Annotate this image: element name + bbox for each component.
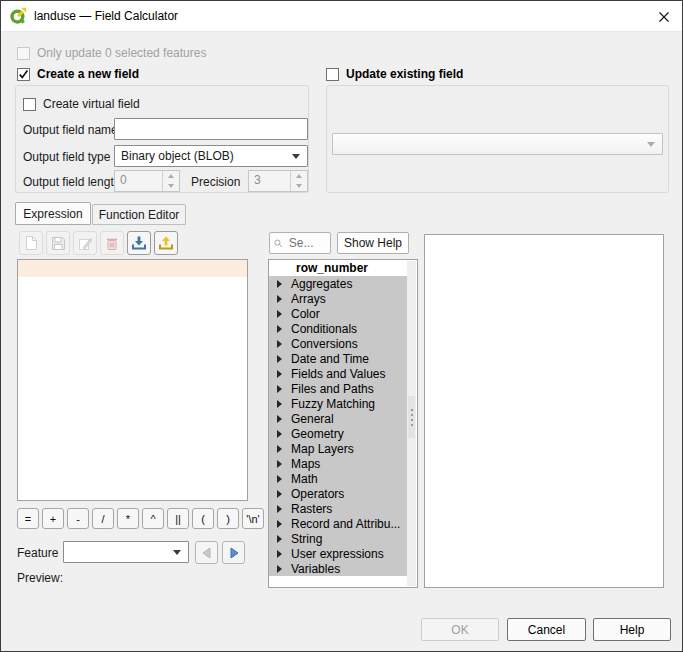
expander-collapsed-icon[interactable] [277,490,282,498]
scrollbar-thumb[interactable] [408,396,415,438]
expander-collapsed-icon[interactable] [277,445,282,453]
operator-button-[interactable]: + [42,508,64,529]
function-group-variables[interactable]: Variables [269,561,408,576]
next-feature-button[interactable] [222,541,245,564]
function-group-record-and-attribu-[interactable]: Record and Attribu... [269,516,408,531]
function-group-rasters[interactable]: Rasters [269,501,408,516]
create-new-field-checkbox[interactable]: Create a new field [17,67,139,81]
previous-feature-button[interactable] [195,541,218,564]
expander-collapsed-icon[interactable] [277,280,282,288]
expander-collapsed-icon[interactable] [277,550,282,558]
existing-field-combobox[interactable] [332,133,663,155]
function-group-color[interactable]: Color [269,306,408,321]
expander-collapsed-icon[interactable] [277,355,282,363]
function-group-maps[interactable]: Maps [269,456,408,471]
update-existing-checkbox[interactable]: Update existing field [326,67,463,81]
expander-collapsed-icon[interactable] [277,340,282,348]
operator-button-[interactable]: ) [217,508,239,529]
output-field-type-combobox[interactable]: Binary object (BLOB) [114,145,308,167]
function-group-label: User expressions [291,547,384,561]
function-tree-scrollbar[interactable] [407,261,416,586]
expander-collapsed-icon[interactable] [277,505,282,513]
function-group-user-expressions[interactable]: User expressions [269,546,408,561]
help-button[interactable]: Help [593,618,671,641]
precision-spinner[interactable]: 3 [248,170,308,192]
expander-collapsed-icon[interactable] [277,475,282,483]
function-search-box[interactable] [269,232,331,254]
expander-collapsed-icon[interactable] [277,415,282,423]
update-existing-label: Update existing field [346,67,463,81]
operator-button-[interactable]: - [67,508,89,529]
expander-collapsed-icon[interactable] [277,460,282,468]
expander-collapsed-icon[interactable] [277,310,282,318]
operator-button-n[interactable]: '\n' [242,508,264,529]
spinner-arrows[interactable] [162,171,179,191]
function-tree-groups: AggregatesArraysColorConditionalsConvers… [269,276,408,576]
operator-button-[interactable]: ^ [142,508,164,529]
expression-editor[interactable] [17,259,248,501]
output-field-name-input[interactable] [114,118,308,140]
new-expression-button[interactable] [19,231,43,255]
save-expression-button[interactable] [46,231,70,255]
edit-expression-button[interactable] [73,231,97,255]
function-group-conditionals[interactable]: Conditionals [269,321,408,336]
expander-collapsed-icon[interactable] [277,565,282,573]
function-group-label: Aggregates [291,277,352,291]
expander-collapsed-icon[interactable] [277,535,282,543]
function-group-label: Rasters [291,502,332,516]
function-tree: row_number AggregatesArraysColorConditio… [268,259,418,588]
cancel-label: Cancel [528,623,565,637]
operator-button-[interactable]: * [117,508,139,529]
feature-combobox[interactable] [63,541,189,563]
checkbox-icon [17,47,30,60]
expander-collapsed-icon[interactable] [277,385,282,393]
expander-collapsed-icon[interactable] [277,370,282,378]
export-expression-button[interactable] [154,231,178,255]
close-icon[interactable] [656,9,672,25]
ok-button[interactable]: OK [421,618,499,641]
export-arrow-up-icon [158,235,174,251]
only-update-checkbox[interactable]: Only update 0 selected features [17,46,206,60]
operator-button-[interactable]: / [92,508,114,529]
function-item-row-number[interactable]: row_number [269,260,408,276]
function-group-general[interactable]: General [269,411,408,426]
cancel-button[interactable]: Cancel [507,618,586,641]
function-group-conversions[interactable]: Conversions [269,336,408,351]
expander-collapsed-icon[interactable] [277,295,282,303]
function-group-label: Fields and Values [291,367,386,381]
function-group-label: Conditionals [291,322,357,336]
import-arrow-down-icon [131,235,147,251]
expander-collapsed-icon[interactable] [277,430,282,438]
function-group-fields-and-values[interactable]: Fields and Values [269,366,408,381]
delete-expression-button[interactable] [100,231,124,255]
function-group-math[interactable]: Math [269,471,408,486]
feature-label: Feature [17,546,58,560]
expander-collapsed-icon[interactable] [277,520,282,528]
function-group-map-layers[interactable]: Map Layers [269,441,408,456]
show-help-button[interactable]: Show Help [337,232,409,254]
arrow-right-icon [228,547,240,559]
spinner-arrows[interactable] [290,171,307,191]
tab-function-editor[interactable]: Function Editor [92,204,186,225]
function-group-files-and-paths[interactable]: Files and Paths [269,381,408,396]
output-field-length-spinner[interactable]: 0 [114,170,180,192]
expander-collapsed-icon[interactable] [277,325,282,333]
tab-expression[interactable]: Expression [15,202,91,225]
function-group-fuzzy-matching[interactable]: Fuzzy Matching [269,396,408,411]
operator-button-[interactable]: || [167,508,189,529]
operator-button-[interactable]: ( [192,508,214,529]
expander-collapsed-icon[interactable] [277,400,282,408]
function-group-aggregates[interactable]: Aggregates [269,276,408,291]
function-group-string[interactable]: String [269,531,408,546]
function-group-label: String [291,532,322,546]
function-group-date-and-time[interactable]: Date and Time [269,351,408,366]
function-group-label: Variables [291,562,340,576]
import-expression-button[interactable] [127,231,151,255]
search-input[interactable] [287,235,326,251]
function-group-arrays[interactable]: Arrays [269,291,408,306]
operator-button-[interactable]: = [17,508,39,529]
function-group-operators[interactable]: Operators [269,486,408,501]
function-group-geometry[interactable]: Geometry [269,426,408,441]
create-virtual-field-checkbox[interactable]: Create virtual field [23,97,140,111]
function-group-label: Operators [291,487,344,501]
